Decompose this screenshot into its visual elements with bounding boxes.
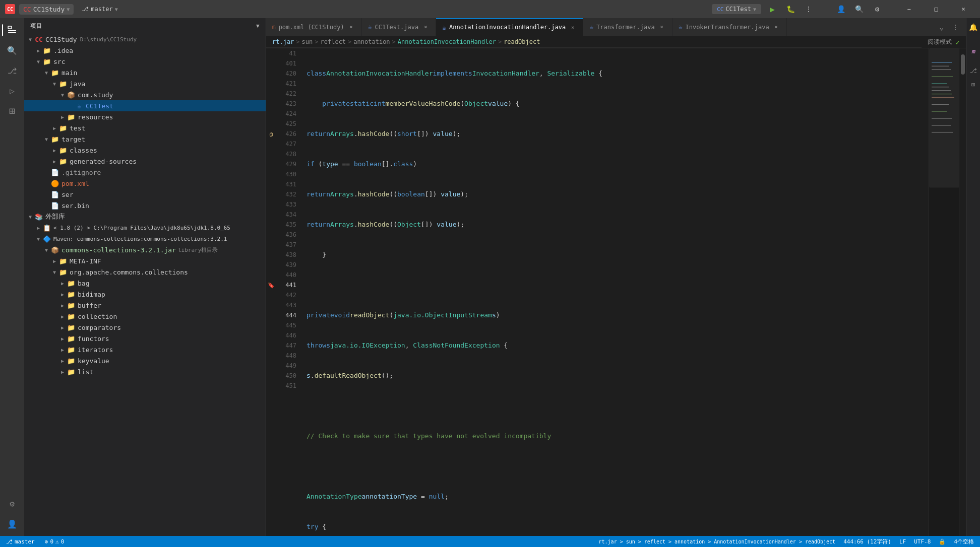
tab-cc1test[interactable]: ☕ CC1Test.java × xyxy=(362,18,437,36)
branch-selector[interactable]: ⎇ master ▼ xyxy=(78,4,121,14)
tree-item-keyvalue[interactable]: ▶ 📁 keyvalue xyxy=(24,355,266,366)
label-ser: ser xyxy=(62,191,73,198)
tree-item-com-study[interactable]: ▼ 📦 com.study xyxy=(24,89,266,100)
tree-item-external-libs[interactable]: ▼ 📚 外部库 xyxy=(24,211,266,222)
tab-overflow-chevron[interactable]: ⌄ xyxy=(937,21,947,33)
scrollbar-track[interactable] xyxy=(959,48,966,536)
tree-item-commons-jar[interactable]: ▼ 📦 commons-collections-3.2.1.jar librar… xyxy=(24,244,266,255)
minimize-button[interactable]: − xyxy=(897,0,921,18)
run-button[interactable]: ▶ xyxy=(765,2,779,16)
tree-item-cc1study[interactable]: ▼ CC CC1Study D:\study\CC1Study xyxy=(24,34,266,45)
status-indent[interactable]: 4个空格 xyxy=(952,538,976,545)
tab-close-pom[interactable]: × xyxy=(347,23,355,31)
status-position[interactable]: 444:66 (12字符) xyxy=(841,538,893,545)
tree-item-collection[interactable]: ▶ 📁 collection xyxy=(24,311,266,322)
breadcrumb-method[interactable]: readObject xyxy=(504,38,540,45)
label-classes: classes xyxy=(70,147,97,154)
tree-item-bag[interactable]: ▶ 📁 bag xyxy=(24,278,266,289)
tree-item-test[interactable]: ▶ 📁 test xyxy=(24,122,266,133)
tree-item-pomxml[interactable]: ▶ 🟠 pom.xml xyxy=(24,178,266,189)
label-org-apache: org.apache.commons.collections xyxy=(70,268,188,276)
tab-pom-xml[interactable]: m pom.xml (CC1Study) × xyxy=(266,18,362,36)
activity-search[interactable]: 🔍 xyxy=(2,40,22,60)
tree-item-buffer[interactable]: ▶ 📁 buffer xyxy=(24,300,266,311)
tree-item-jdk[interactable]: ▶ 📋 < 1.8 (2) > C:\Program Files\Java\jd… xyxy=(24,222,266,233)
tree-item-bidimap[interactable]: ▶ 📁 bidimap xyxy=(24,289,266,300)
tab-label-transformer: Transformer.java xyxy=(596,24,655,31)
activity-plugins[interactable]: ⊞ xyxy=(2,101,22,121)
breadcrumb-rtjar[interactable]: rt.jar xyxy=(272,38,294,45)
icon-bidimap: 📁 xyxy=(67,290,76,299)
breadcrumb-class[interactable]: AnnotationInvocationHandler xyxy=(398,38,496,45)
code-content[interactable]: class AnnotationInvocationHandler implem… xyxy=(304,48,929,536)
activity-run[interactable]: ▷ xyxy=(2,81,22,101)
activity-explorer[interactable] xyxy=(2,20,22,40)
tree-item-idea[interactable]: ▶ 📁 .idea xyxy=(24,45,266,56)
activity-account[interactable]: 👤 xyxy=(2,514,22,534)
tree-item-iterators[interactable]: ▶ 📁 iterators xyxy=(24,344,266,355)
tree-item-serbin[interactable]: ▶ 📄 ser.bin xyxy=(24,200,266,211)
line-433: try { xyxy=(304,522,929,532)
settings-button[interactable]: ⚙ xyxy=(870,2,884,16)
project-selector[interactable]: CC CC1Study ▼ xyxy=(19,4,74,15)
tree-item-java[interactable]: ▼ 📁 java xyxy=(24,78,266,89)
search-button[interactable]: 🔍 xyxy=(852,2,866,16)
status-encoding[interactable]: UTF-8 xyxy=(912,538,933,545)
right-btn-layout[interactable]: ⊞ xyxy=(967,79,979,91)
right-btn-m[interactable]: m xyxy=(967,45,979,57)
code-area[interactable]: @ 🔖 xyxy=(266,48,966,536)
tab-annotation-handler[interactable]: ☕ AnnotationInvocationHandler.java × xyxy=(436,18,583,36)
tab-close-cc1test[interactable]: × xyxy=(421,23,430,31)
tree-item-meta-inf[interactable]: ▶ 📁 META-INF xyxy=(24,255,266,266)
status-branch[interactable]: ⎇ master xyxy=(4,538,37,545)
status-position-label: 444:66 (12字符) xyxy=(843,538,891,545)
tree-item-ser[interactable]: ▶ 📄 ser xyxy=(24,189,266,200)
activity-git[interactable]: ⎇ xyxy=(2,60,22,81)
tree-item-classes[interactable]: ▶ 📁 classes xyxy=(24,145,266,156)
run-config: CC CC1Test ▼ xyxy=(712,4,761,14)
tab-overflow-more[interactable]: ⋮ xyxy=(949,21,962,33)
activity-settings[interactable]: ⚙ xyxy=(2,494,22,514)
tab-icon-annotation: ☕ xyxy=(442,24,446,31)
status-errors[interactable]: ⊗ 0 ⚠ 0 xyxy=(43,538,67,545)
right-btn-git2[interactable]: ⎇ xyxy=(967,64,979,77)
close-button[interactable]: × xyxy=(952,0,975,18)
line-422: return Arrays.hashCode((boolean[]) value… xyxy=(304,189,929,199)
arrow-org-apache: ▼ xyxy=(50,269,58,275)
breadcrumb-sun[interactable]: sun xyxy=(302,38,313,45)
tree-item-main[interactable]: ▼ 📁 main xyxy=(24,67,266,78)
tab-close-annotation[interactable]: × xyxy=(569,23,577,31)
icon-com-study: 📦 xyxy=(67,90,76,99)
scrollbar-thumb[interactable] xyxy=(961,54,965,75)
status-line-endings[interactable]: LF xyxy=(897,538,908,545)
tree-item-generated-sources[interactable]: ▶ 📁 generated-sources xyxy=(24,156,266,167)
tree-item-functors[interactable]: ▶ 📁 functors xyxy=(24,333,266,344)
tree-item-org-apache[interactable]: ▼ 📁 org.apache.commons.collections xyxy=(24,266,266,278)
tab-invoker-transformer[interactable]: ☕ InvokerTransformer.java × xyxy=(672,18,787,36)
tree-item-resources[interactable]: ▶ 📁 resources xyxy=(24,111,266,122)
tree-item-list[interactable]: ▶ 📁 list xyxy=(24,366,266,377)
profile-button[interactable]: 👤 xyxy=(834,2,848,16)
sidebar-header-expand[interactable]: ▼ xyxy=(256,23,260,29)
cc1study-path: D:\study\CC1Study xyxy=(80,36,137,43)
breadcrumb-reflect[interactable]: reflect xyxy=(321,38,346,45)
breadcrumb-annotation[interactable]: annotation xyxy=(353,38,390,45)
right-btn-notifications[interactable]: 🔔 xyxy=(967,21,979,33)
tree-item-cc1test[interactable]: ▶ ☕ CC1Test xyxy=(24,100,266,111)
tree-item-target[interactable]: ▼ 📁 target xyxy=(24,133,266,145)
tab-transformer[interactable]: ☕ Transformer.java × xyxy=(583,18,672,36)
status-lock[interactable]: 🔒 xyxy=(937,538,948,545)
more-button[interactable]: ⋮ xyxy=(802,2,816,16)
debug-button[interactable]: 🐛 xyxy=(783,2,798,16)
label-keyvalue: keyvalue xyxy=(78,357,109,365)
arrow-src: ▼ xyxy=(34,59,42,64)
tree-item-src[interactable]: ▼ 📁 src xyxy=(24,56,266,67)
line-423: return Arrays.hashCode((Object[]) value)… xyxy=(304,220,929,230)
tab-close-invoker[interactable]: × xyxy=(772,23,780,31)
maximize-button[interactable]: □ xyxy=(925,0,948,18)
tree-item-comparators[interactable]: ▶ 📁 comparators xyxy=(24,322,266,333)
tab-close-transformer[interactable]: × xyxy=(658,23,666,31)
tab-icon-invoker: ☕ xyxy=(679,23,683,31)
tree-item-maven-commons[interactable]: ▼ 🔷 Maven: commons-collections:commons-c… xyxy=(24,233,266,244)
tree-item-gitignore[interactable]: ▶ 📄 .gitignore xyxy=(24,167,266,178)
